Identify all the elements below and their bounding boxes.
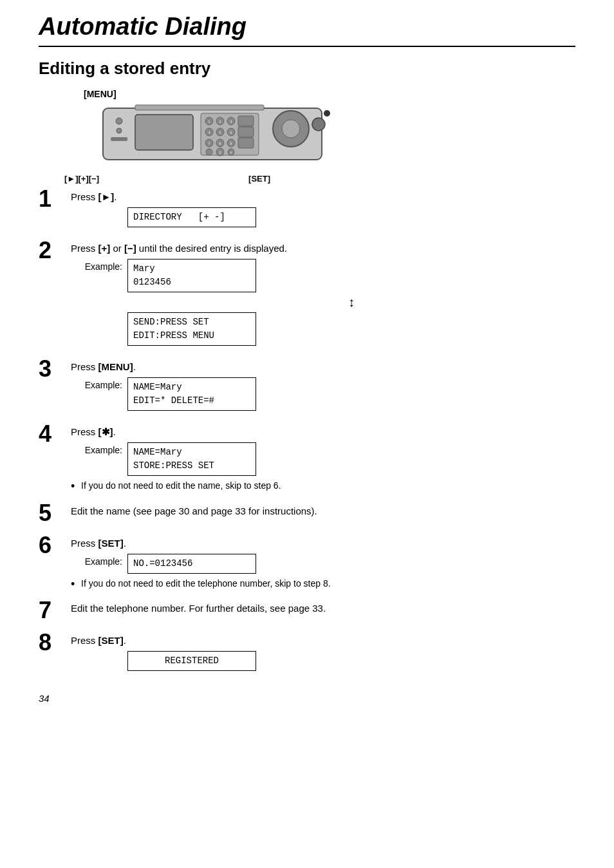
step-2: 2 Press [+] or [−] until the desired ent… bbox=[39, 241, 575, 348]
step-5-number: 5 bbox=[39, 502, 71, 525]
step-7-content: Edit the telephone number. For further d… bbox=[71, 601, 575, 619]
svg-point-33 bbox=[282, 120, 300, 138]
step-3-lcd: NAME=MaryEDIT=* DELETE=# bbox=[127, 377, 256, 411]
step-1-number: 1 bbox=[39, 187, 71, 211]
step-4-bullet-text: If you do not need to edit the name, ski… bbox=[81, 480, 281, 493]
step-3-text: Press [MENU]. bbox=[71, 360, 575, 373]
svg-point-27 bbox=[206, 149, 212, 155]
step-2-example-label: Example: bbox=[71, 259, 122, 272]
step-1-example: DIRECTORY [+ -] bbox=[71, 207, 575, 227]
svg-rect-36 bbox=[135, 105, 264, 110]
svg-point-1 bbox=[116, 118, 122, 124]
step-4-example: Example: NAME=MarySTORE:PRESS SET bbox=[71, 442, 575, 476]
step-8-example-label bbox=[71, 651, 122, 654]
step-2-example-bottom: SEND:PRESS SETEDIT:PRESS MENU bbox=[71, 312, 575, 346]
step-7-number: 7 bbox=[39, 599, 71, 622]
step-1-example-label bbox=[71, 207, 122, 210]
step-8: 8 Press [SET]. REGISTERED bbox=[39, 634, 575, 674]
step-8-text: Press [SET]. bbox=[71, 634, 575, 647]
svg-rect-19 bbox=[238, 127, 254, 137]
svg-point-2 bbox=[116, 128, 122, 133]
svg-text:#: # bbox=[230, 151, 232, 155]
svg-text:2: 2 bbox=[219, 120, 221, 124]
step-5-content: Edit the name (see page 30 and page 33 f… bbox=[71, 504, 575, 522]
svg-text:9: 9 bbox=[230, 142, 232, 146]
set-button-label: [SET] bbox=[248, 174, 270, 184]
svg-text:4: 4 bbox=[209, 131, 210, 135]
step-8-content: Press [SET]. REGISTERED bbox=[71, 634, 575, 674]
step-6-content: Press [SET]. Example: NO.=0123456 • If y… bbox=[71, 536, 575, 590]
step-1-text: Press [►]. bbox=[71, 190, 575, 203]
step-4-text: Press [✱]. bbox=[71, 425, 575, 439]
step-6: 6 Press [SET]. Example: NO.=0123456 • If… bbox=[39, 536, 575, 590]
step-1: 1 Press [►]. DIRECTORY [+ -] bbox=[39, 190, 575, 230]
step-4-content: Press [✱]. Example: NAME=MarySTORE:PRESS… bbox=[71, 425, 575, 493]
step-5: 5 Edit the name (see page 30 and page 33… bbox=[39, 504, 575, 525]
step-7-text: Edit the telephone number. For further d… bbox=[71, 601, 575, 615]
step-6-bullet-text: If you do not need to edit the telephone… bbox=[81, 578, 331, 590]
step-2-text: Press [+] or [−] until the desired entry… bbox=[71, 241, 575, 255]
step-6-lcd: NO.=0123456 bbox=[127, 554, 256, 574]
step-6-bullet: • If you do not need to edit the telepho… bbox=[71, 578, 575, 590]
device-buttons-label: [►][+][−] [SET] bbox=[64, 174, 309, 184]
step-3-example-label: Example: bbox=[71, 377, 122, 390]
step-6-example: Example: NO.=0123456 bbox=[71, 554, 575, 574]
step-2-lcd-top: Mary0123456 bbox=[127, 259, 256, 292]
step-2-content: Press [+] or [−] until the desired entry… bbox=[71, 241, 575, 348]
left-buttons-label: [►][+][−] bbox=[64, 174, 99, 184]
svg-point-35 bbox=[324, 110, 330, 117]
step-2-example-top: Example: Mary0123456 bbox=[71, 259, 575, 292]
step-4-lcd: NAME=MarySTORE:PRESS SET bbox=[127, 442, 256, 476]
step-8-example: REGISTERED bbox=[71, 651, 575, 671]
bullet-dot-4: • bbox=[71, 480, 81, 492]
step-6-text: Press [SET]. bbox=[71, 536, 575, 550]
bullet-dot-6: • bbox=[71, 578, 81, 590]
svg-text:7: 7 bbox=[209, 142, 210, 146]
step-6-number: 6 bbox=[39, 534, 71, 557]
step-1-content: Press [►]. DIRECTORY [+ -] bbox=[71, 190, 575, 230]
svg-rect-12 bbox=[238, 116, 254, 126]
step-3-example: Example: NAME=MaryEDIT=* DELETE=# bbox=[71, 377, 575, 411]
step-4-number: 4 bbox=[39, 422, 71, 446]
device-diagram: [MENU] 1 2 3 4 5 bbox=[64, 89, 575, 184]
page-title: Automatic Dialing bbox=[39, 13, 575, 47]
step-2-arrow: ↕ bbox=[127, 295, 575, 310]
step-8-lcd: REGISTERED bbox=[127, 651, 256, 671]
svg-text:0: 0 bbox=[219, 151, 221, 155]
step-4: 4 Press [✱]. Example: NAME=MarySTORE:PRE… bbox=[39, 425, 575, 493]
step-6-example-label: Example: bbox=[71, 554, 122, 567]
step-7: 7 Edit the telephone number. For further… bbox=[39, 601, 575, 622]
svg-text:5: 5 bbox=[219, 131, 221, 135]
step-8-number: 8 bbox=[39, 631, 71, 654]
step-3: 3 Press [MENU]. Example: NAME=MaryEDIT=*… bbox=[39, 360, 575, 413]
svg-rect-3 bbox=[111, 137, 127, 141]
step-2-example-label-2 bbox=[71, 312, 122, 315]
step-3-content: Press [MENU]. Example: NAME=MaryEDIT=* D… bbox=[71, 360, 575, 413]
step-4-example-label: Example: bbox=[71, 442, 122, 455]
page-number: 34 bbox=[39, 693, 575, 704]
step-4-bullet: • If you do not need to edit the name, s… bbox=[71, 480, 575, 493]
svg-text:1: 1 bbox=[209, 120, 210, 124]
svg-text:3: 3 bbox=[230, 120, 232, 124]
svg-text:6: 6 bbox=[230, 131, 232, 135]
svg-rect-4 bbox=[135, 115, 193, 150]
svg-text:8: 8 bbox=[219, 142, 221, 146]
step-1-lcd: DIRECTORY [+ -] bbox=[127, 207, 256, 227]
section-title: Editing a stored entry bbox=[39, 59, 575, 79]
menu-label: [MENU] bbox=[84, 89, 116, 99]
svg-rect-26 bbox=[238, 138, 254, 148]
step-3-number: 3 bbox=[39, 357, 71, 381]
step-2-number: 2 bbox=[39, 239, 71, 262]
svg-point-34 bbox=[312, 118, 325, 131]
fax-machine-image: 1 2 3 4 5 6 7 8 9 0 # bbox=[97, 102, 341, 169]
steps-container: 1 Press [►]. DIRECTORY [+ -] 2 Press [+]… bbox=[39, 190, 575, 674]
step-5-text: Edit the name (see page 30 and page 33 f… bbox=[71, 504, 575, 518]
step-2-lcd-bottom: SEND:PRESS SETEDIT:PRESS MENU bbox=[127, 312, 256, 346]
